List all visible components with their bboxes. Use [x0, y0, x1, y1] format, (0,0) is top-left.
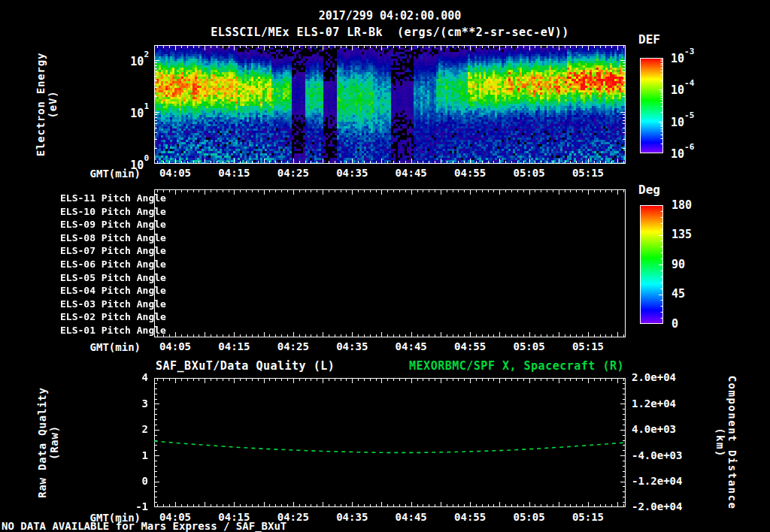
timeseries-right-y-label-line1: Component Distance — [726, 376, 738, 510]
pitch-row-label: ELS-02 Pitch Angle — [60, 311, 150, 322]
x-tick-label: 04:55 — [454, 511, 486, 523]
y-tick-label: 101 — [59, 105, 149, 120]
x-tick-label: 04:55 — [454, 340, 486, 352]
timeseries-title-left: SAF_BXuT/Data Quality (L) — [156, 360, 335, 373]
left-axis-tick-label: -1 — [58, 500, 148, 512]
timeseries-canvas — [154, 378, 626, 507]
def-colorbar-title: DEF — [638, 33, 660, 47]
x-tick-label: 04:35 — [336, 511, 368, 523]
x-tick-label: 04:35 — [336, 167, 368, 179]
right-axis-tick-label: -4.0e+03 — [632, 449, 682, 461]
right-axis-tick-label: 2.0e+04 — [632, 371, 676, 383]
pitch-row-label: ELS-04 Pitch Angle — [60, 285, 150, 296]
timeseries-right-y-label-line2: (km) — [714, 376, 726, 510]
left-axis-tick-label: 4 — [58, 371, 148, 383]
colorbar-tick-label: 90 — [671, 258, 685, 271]
timeseries-left-y-axis-label: Raw Data Quality (Raw) — [36, 387, 60, 498]
pitch-row-label: ELS-11 Pitch Angle — [60, 192, 150, 204]
colorbar-tick-label: 45 — [671, 287, 685, 301]
x-tick-label: 04:45 — [396, 340, 427, 352]
x-tick-label: 05:05 — [513, 340, 544, 352]
pitch-row-label: ELS-06 Pitch Angle — [60, 258, 150, 270]
x-tick-label: 05:05 — [513, 511, 544, 523]
x-tick-label: 04:15 — [218, 511, 250, 523]
x-tick-label: 04:25 — [277, 340, 309, 352]
pitch-row-label: ELS-08 Pitch Angle — [60, 232, 150, 243]
y-tick-label: 100 — [59, 157, 149, 172]
def-colorbar — [640, 58, 663, 153]
left-axis-tick-label: 1 — [58, 449, 148, 461]
pitch-row-label: ELS-10 Pitch Angle — [60, 206, 150, 217]
x-tick-label: 05:15 — [572, 511, 604, 523]
y-tick-label: 102 — [59, 53, 149, 68]
gmt-axis-label-2: GMT(min) — [75, 342, 141, 353]
colorbar-tick-label: 180 — [671, 198, 692, 212]
x-tick-label: 04:55 — [454, 167, 486, 179]
x-tick-label: 04:25 — [277, 511, 309, 523]
x-tick-label: 04:25 — [277, 167, 309, 179]
right-axis-tick-label: -1.2e+04 — [632, 475, 682, 487]
x-tick-label: 05:15 — [572, 340, 604, 352]
timeseries-right-y-axis-label: Component Distance (km) — [714, 376, 738, 510]
plot-title: 2017/299 04:02:00.000 — [154, 10, 626, 23]
x-tick-label: 04:05 — [159, 511, 191, 523]
pitch-row-label: ELS-03 Pitch Angle — [60, 298, 150, 310]
x-tick-label: 04:05 — [159, 340, 191, 352]
x-tick-label: 05:05 — [513, 167, 544, 179]
colorbar-tick-label: 10-3 — [671, 50, 694, 65]
colorbar-tick-label: 0 — [671, 317, 678, 331]
pitch-row-label: ELS-07 Pitch Angle — [60, 245, 150, 256]
deg-colorbar — [640, 205, 663, 324]
left-axis-tick-label: 3 — [58, 397, 148, 410]
colorbar-tick-label: 10-5 — [671, 114, 694, 129]
x-tick-label: 04:15 — [218, 340, 250, 352]
right-axis-tick-label: -2.0e+04 — [632, 500, 682, 512]
right-axis-tick-label: 4.0e+03 — [632, 423, 676, 435]
spectrogram-y-axis-label-line1: Electron Energy — [35, 53, 47, 156]
colorbar-tick-label: 135 — [671, 228, 692, 241]
pitch-row-label: ELS-01 Pitch Angle — [60, 325, 150, 336]
spectrogram-y-axis-label: Electron Energy (eV) — [35, 53, 59, 156]
plot-window: 2017/299 04:02:00.000 ELSSCIL/MEx ELS-07… — [0, 0, 770, 532]
pitch-row-label: ELS-09 Pitch Angle — [60, 219, 150, 230]
pitch-angle-panel-canvas — [154, 189, 626, 337]
colorbar-tick-label: 10-6 — [671, 146, 694, 161]
x-tick-label: 04:05 — [159, 167, 191, 179]
energy-spectrogram-canvas — [154, 45, 626, 164]
timeseries-left-y-label-line1: Raw Data Quality — [36, 387, 48, 498]
x-tick-label: 04:45 — [396, 167, 427, 179]
x-tick-label: 05:15 — [572, 167, 604, 179]
colorbar-tick-label: 10-4 — [671, 82, 694, 97]
x-tick-label: 04:35 — [336, 340, 368, 352]
x-tick-label: 04:45 — [396, 511, 427, 523]
x-tick-label: 04:15 — [218, 167, 250, 179]
right-axis-tick-label: 1.2e+04 — [632, 397, 676, 410]
pitch-row-label: ELS-05 Pitch Angle — [60, 272, 150, 283]
plot-subtitle: ELSSCIL/MEx ELS-07 LR-Bk (ergs/(cm**2-sr… — [154, 26, 626, 39]
left-axis-tick-label: 2 — [58, 423, 148, 435]
deg-colorbar-title: Deg — [638, 183, 660, 197]
timeseries-title-right: MEXORBMC/SPF X, Spacecraft (R) — [338, 360, 624, 373]
spectrogram-y-axis-label-line2: (eV) — [47, 53, 59, 156]
left-axis-tick-label: 0 — [58, 475, 148, 487]
